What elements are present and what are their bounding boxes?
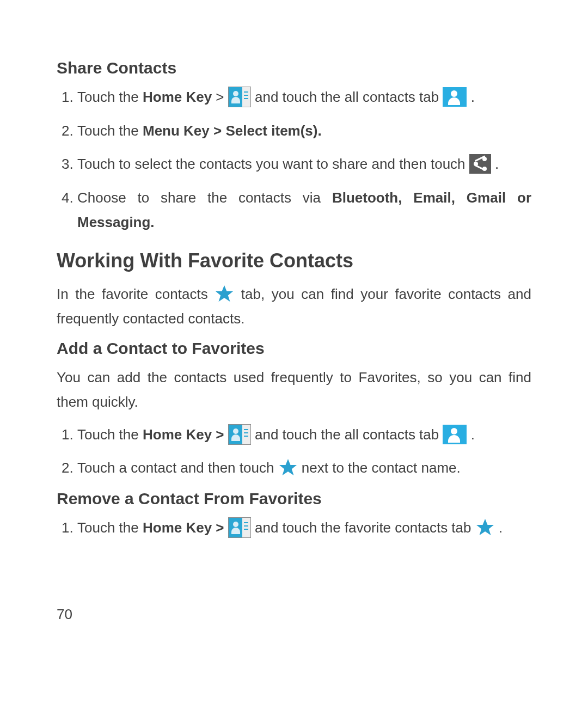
- add-favorites-steps: Touch the Home Key > and touch the all c…: [57, 423, 531, 481]
- svg-marker-7: [476, 519, 494, 535]
- text: Touch the: [77, 123, 143, 139]
- list-item: Touch the Home Key > and touch the all c…: [77, 85, 531, 110]
- text: .: [495, 519, 503, 536]
- contacts-app-icon: [228, 517, 251, 538]
- text: [224, 426, 228, 443]
- home-key-label: Home Key: [143, 89, 212, 105]
- list-item: Touch a contact and then touch next to t…: [77, 456, 531, 481]
- home-key-label: Home Key >: [143, 426, 224, 443]
- heading-add-to-favorites: Add a Contact to Favorites: [57, 339, 531, 358]
- text: and touch the all contacts tab: [251, 89, 443, 105]
- text: Touch the: [77, 519, 143, 536]
- svg-marker-5: [216, 285, 233, 302]
- text: .: [467, 89, 474, 105]
- text: .: [491, 156, 499, 172]
- manual-page: Share Contacts Touch the Home Key > and …: [0, 0, 588, 710]
- text: and touch the favorite contacts tab: [251, 519, 475, 536]
- text: Choose to share the contacts via: [77, 189, 332, 206]
- list-item: Choose to share the contacts via Bluetoo…: [77, 186, 531, 235]
- text: [224, 519, 228, 536]
- svg-marker-6: [279, 459, 297, 475]
- text: and touch the all contacts tab: [251, 426, 443, 443]
- heading-share-contacts: Share Contacts: [57, 59, 531, 77]
- star-icon: [215, 285, 234, 303]
- text: In the favorite contacts: [57, 286, 215, 302]
- favorites-intro: In the favorite contacts tab, you can fi…: [57, 282, 531, 332]
- list-item: Touch the Home Key > and touch the all c…: [77, 423, 531, 448]
- text: .: [467, 426, 474, 443]
- remove-favorites-steps: Touch the Home Key > and touch the favor…: [57, 516, 531, 541]
- text: >: [212, 89, 228, 105]
- list-item: Touch the Home Key > and touch the favor…: [77, 516, 531, 541]
- share-icon: [469, 154, 491, 174]
- star-icon: [278, 458, 298, 477]
- add-favorites-intro: You can add the contacts used frequently…: [57, 365, 531, 415]
- text: Touch the: [77, 89, 143, 105]
- contacts-app-icon: [228, 87, 251, 107]
- page-number: 70: [57, 606, 72, 623]
- heading-working-with-favorites: Working With Favorite Contacts: [57, 249, 531, 272]
- text: Touch to select the contacts you want to…: [77, 156, 469, 172]
- list-item: Touch the Menu Key > Select item(s).: [77, 119, 531, 144]
- share-contacts-steps: Touch the Home Key > and touch the all c…: [57, 85, 531, 235]
- star-icon: [475, 518, 495, 537]
- text: Touch the: [77, 426, 143, 443]
- home-key-label: Home Key >: [143, 519, 224, 536]
- list-item: Touch to select the contacts you want to…: [77, 152, 531, 177]
- heading-remove-from-favorites: Remove a Contact From Favorites: [57, 489, 531, 508]
- text: next to the contact name.: [298, 460, 461, 476]
- contacts-app-icon: [228, 424, 251, 445]
- person-tab-icon: [443, 87, 467, 107]
- text: Touch a contact and then touch: [77, 460, 278, 476]
- person-tab-icon: [443, 425, 467, 444]
- menu-key-select-items: Menu Key > Select item(s).: [143, 123, 322, 139]
